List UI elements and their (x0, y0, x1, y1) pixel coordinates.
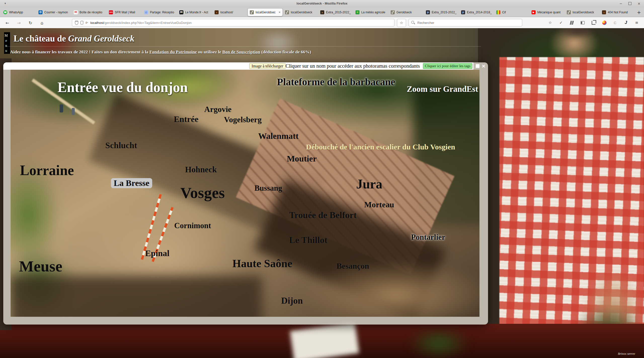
dialog-resize-button[interactable] (476, 64, 479, 68)
site-photo-favicon: ▴ (215, 10, 219, 14)
tab-label: WhatsApp (9, 11, 34, 14)
window-titlebar: ▾ localGeroldseck - Mozilla Firefox − × (0, 0, 644, 8)
search-bar[interactable] (409, 19, 522, 26)
close-button[interactable]: × (636, 1, 641, 6)
photo-tag-cornimont[interactable]: Cornimont (174, 222, 211, 229)
account-icon[interactable]: ☆ (547, 19, 553, 26)
page-info-icon[interactable] (80, 21, 83, 24)
photo-tag-debouche-de-l-ancien-escalier-du-club-vosgien[interactable]: Débouché de l'ancien escalier du Club Vo… (306, 143, 455, 151)
photo-tag-besancon[interactable]: Besançon (336, 262, 369, 270)
tab-label: localhost/ (220, 11, 245, 14)
photo-tag-argovie[interactable]: Argovie (204, 105, 231, 113)
tab-cif[interactable]: Cif (494, 9, 529, 16)
menu-vertical-tab[interactable]: Menu (4, 32, 10, 54)
permissions-icon[interactable]: ō⁼ (86, 21, 88, 24)
url-bar[interactable]: ō⁼ localhost/geroldseck/index.php?do=Tag… (72, 19, 394, 26)
screenshot-crop-icon[interactable] (591, 19, 596, 26)
tab-mecanique-quant[interactable]: ▶Mécanique quant (530, 9, 564, 16)
document-favicon: ▴ (320, 10, 324, 14)
tab-la-meteo-agricole[interactable]: ☀La météo agricole (353, 9, 388, 16)
pdf-favicon: p (461, 10, 465, 14)
tab-whatsapp[interactable]: ☎WhatsApp (1, 9, 36, 16)
search-input[interactable] (417, 21, 519, 25)
photo-tag-bussang[interactable]: Bussang (254, 184, 282, 192)
photo-tag-zoom-sur-grandest[interactable]: Zoom sur GrandEst (407, 85, 478, 93)
reload-button[interactable]: ↻ (27, 19, 34, 26)
photo-tag-epinal[interactable]: Epinal (145, 249, 169, 258)
photo-tag-la-bresse[interactable]: La Bresse (111, 178, 152, 188)
edit-tags-button[interactable]: Cliquer ici pour éditer les tags (423, 63, 472, 69)
photo-tag-pontarlier[interactable]: Pontarlier (411, 233, 445, 241)
appeal-text-mid: ou utilisez le (197, 49, 222, 54)
hamburger-menu-icon[interactable]: ≡ (634, 19, 639, 26)
server-note-rest: server (626, 352, 635, 355)
library-icon[interactable] (569, 19, 575, 26)
forward-button[interactable]: → (15, 19, 23, 26)
tab-label: Extra_2015-2022_ (326, 11, 351, 14)
tab-localhost[interactable]: ▴localhost/ (213, 9, 247, 16)
tab-404-not-found[interactable]: ▴404 Not Found (600, 9, 635, 16)
photo-tag-vosges[interactable]: Vosges (180, 185, 225, 201)
tab-geroldseck[interactable]: ▞Geroldseck (389, 9, 423, 16)
tab-extra-2015-2022[interactable]: pExtra_2015-2022_ (424, 9, 459, 16)
tab-localgeroldseck[interactable]: ▞localGeroldseck (565, 9, 599, 16)
sidebar-icon[interactable] (580, 19, 585, 26)
url-path: /geroldseck/index.php?do=Tag&item=Entree… (104, 21, 191, 25)
tab-extra-2014-2018[interactable]: pExtra_2014-2018_ (459, 9, 494, 16)
fondation-link[interactable]: Fondation du Patrimoine (149, 49, 197, 54)
maximize-button[interactable] (627, 1, 632, 6)
castle-favicon: ▞ (391, 10, 395, 14)
photo-tag-vogelsberg[interactable]: Vogelsberg (224, 115, 262, 124)
extension-c-icon[interactable]: C (612, 19, 618, 26)
tab-label: Le Monde.fr - Act (185, 11, 210, 14)
photo-tag-hohneck[interactable]: Hohneck (185, 166, 217, 174)
weather-favicon: ☀ (355, 10, 359, 14)
new-tab-button[interactable]: + (635, 9, 643, 16)
download-image-button[interactable]: Image à télécharger (249, 63, 286, 69)
tab-boite-de-receptio[interactable]: MBoîte de réceptio (72, 9, 106, 16)
photo-tag-moutier[interactable]: Moutier (287, 154, 317, 163)
whatsapp-favicon: ☎ (3, 10, 7, 14)
photo-worker-2 (72, 108, 75, 115)
photo-tag-haute-saone[interactable]: Haute Saône (232, 258, 292, 269)
server-note: Brixos server (618, 352, 635, 356)
extension-colorball-icon[interactable] (601, 19, 607, 26)
tracking-shield-icon[interactable] (75, 21, 78, 25)
shield-check-icon[interactable]: ✓ (558, 19, 564, 26)
photo-tag-dijon[interactable]: Dijon (281, 296, 303, 305)
tab-courrier-raymon[interactable]: OCourrier - raymon (36, 9, 71, 16)
souscription-link[interactable]: Bon de Souscription (222, 49, 260, 54)
tab-localgeroldsec[interactable]: ▞localGeroldsec× (248, 9, 283, 16)
extension-quill-icon[interactable]: J (623, 19, 629, 26)
gmail-favicon: M (74, 10, 78, 14)
tab-localgeroldseck[interactable]: ▞localGeroldseck (283, 9, 318, 16)
photo-tag-plateforme-de-la-barbacane[interactable]: Plateforme de la barbacane (277, 77, 395, 87)
tab-label: Extra_2015-2022_ (432, 11, 457, 14)
lemonde-favicon: M (179, 10, 183, 14)
photo-bottom-right-ground (300, 261, 479, 317)
back-button[interactable]: ← (4, 19, 11, 26)
photo-tag-le-thillot[interactable]: Le Thillot (289, 235, 327, 245)
photo-tag-trouee-de-belfort[interactable]: Trouée de Belfort (289, 211, 357, 220)
photo-tag-schlucht[interactable]: Schlucht (105, 141, 137, 150)
home-button[interactable]: ⌂ (38, 19, 46, 26)
photo-tag-lorraine[interactable]: Lorraine (20, 163, 74, 177)
tab-strip: ☎WhatsAppOCourrier - raymonMBoîte de réc… (0, 8, 644, 17)
photo-tag-entree[interactable]: Entrée (174, 115, 198, 124)
bookmark-star-button[interactable]: ☆ (397, 19, 406, 27)
dialog-close-icon[interactable]: × (481, 63, 486, 69)
background-green-blob-bottom (410, 328, 468, 358)
url-text[interactable]: localhost/geroldseck/index.php?do=Tag&it… (90, 21, 192, 25)
tab-le-monde-fr-act[interactable]: MLe Monde.fr - Act (177, 9, 212, 16)
tab-partage-receptio[interactable]: ◎Partage: Réceptio (142, 9, 177, 16)
photo-tag-entree-vue-du-donjon[interactable]: Entrée vue du donjon (57, 80, 188, 94)
photo-tag-jura[interactable]: Jura (356, 178, 382, 191)
photo-tag-walenmatt[interactable]: Walenmatt (258, 132, 299, 140)
minimize-button[interactable]: − (618, 1, 623, 6)
tab-close-button[interactable]: × (278, 10, 280, 14)
tab-sfr-mail-mail[interactable]: SFRSFR Mail | Mail (107, 9, 142, 16)
photo-tag-meuse[interactable]: Meuse (19, 258, 62, 274)
tab-extra-2015-2022[interactable]: ▴Extra_2015-2022_ (318, 9, 353, 16)
photo-tag-morteau[interactable]: Morteau (364, 201, 394, 209)
castle-favicon: ▞ (567, 10, 571, 14)
